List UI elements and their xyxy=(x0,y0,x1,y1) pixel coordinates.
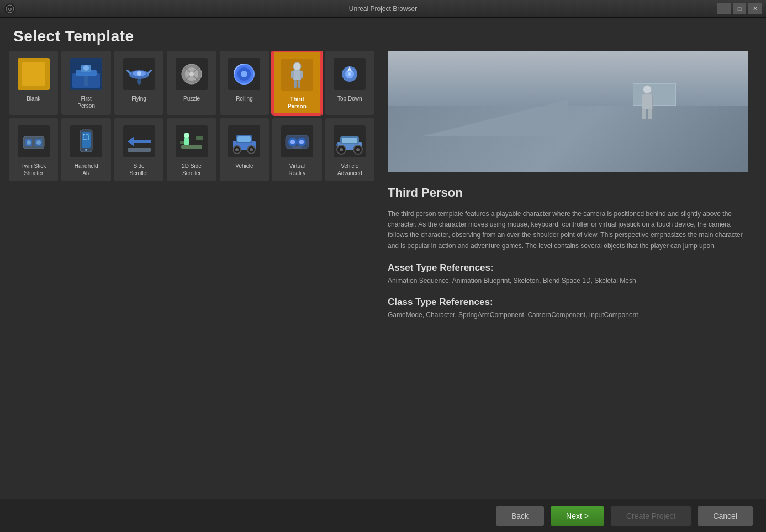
char-head xyxy=(643,85,652,94)
template-label-puzzle: Puzzle xyxy=(183,95,200,102)
flying-icon xyxy=(123,58,155,90)
template-label-first-person: FirstPerson xyxy=(77,95,95,109)
svg-point-8 xyxy=(83,65,89,71)
template-label-vehicle-advanced: VehicleAdvanced xyxy=(337,162,362,177)
template-grid: Blank FirstPerson xyxy=(9,51,374,187)
template-icon-top-down xyxy=(332,56,367,92)
asset-type-refs: Animation Sequence, Animation Blueprint,… xyxy=(388,276,748,286)
svg-point-14 xyxy=(137,78,141,85)
template-item-rolling[interactable]: Rolling xyxy=(220,51,269,115)
svg-rect-75 xyxy=(342,138,357,143)
handheld-ar-icon xyxy=(70,125,102,157)
char-leg-left xyxy=(642,109,646,119)
svg-rect-50 xyxy=(196,136,203,140)
svg-point-59 xyxy=(250,148,253,151)
char-body xyxy=(642,94,653,109)
template-icon-twin-stick xyxy=(16,124,51,159)
template-icon-handheld-ar xyxy=(68,124,104,159)
asset-type-section: Asset Type References: Animation Sequenc… xyxy=(388,260,748,286)
template-item-vehicle[interactable]: Vehicle xyxy=(220,118,269,181)
template-label-virtual-reality: VirtualReality xyxy=(289,162,306,177)
preview-floor xyxy=(388,106,748,172)
asset-type-title: Asset Type References: xyxy=(388,262,748,273)
template-item-virtual-reality[interactable]: VirtualReality xyxy=(272,118,321,181)
bottom-bar: Back Next > Create Project Cancel xyxy=(0,499,766,532)
svg-rect-67 xyxy=(292,146,302,149)
create-project-button[interactable]: Create Project xyxy=(611,506,691,526)
svg-point-39 xyxy=(36,140,41,145)
svg-point-22 xyxy=(241,71,247,77)
template-item-twin-stick[interactable]: Twin StickShooter xyxy=(9,118,58,181)
vehicle-icon xyxy=(228,125,260,157)
svg-text:U: U xyxy=(8,7,12,12)
template-item-blank[interactable]: Blank xyxy=(9,51,58,115)
template-icon-first-person xyxy=(68,56,104,92)
template-label-2d-side-scroller: 2D SideScroller xyxy=(182,162,202,177)
next-button[interactable]: Next > xyxy=(551,506,604,526)
svg-rect-48 xyxy=(181,145,202,149)
template-label-vehicle: Vehicle xyxy=(235,162,253,170)
cancel-button[interactable]: Cancel xyxy=(698,506,753,526)
class-type-title: Class Type References: xyxy=(388,297,748,308)
window-title: Unreal Project Browser xyxy=(349,5,417,13)
2d-side-scroller-icon xyxy=(176,125,208,157)
template-item-side-scroller[interactable]: SideScroller xyxy=(114,118,163,181)
svg-rect-26 xyxy=(291,71,294,78)
vehicle-advanced-icon xyxy=(334,125,366,157)
twin-stick-icon xyxy=(18,125,50,157)
char-legs xyxy=(642,109,652,119)
svg-rect-76 xyxy=(336,144,338,146)
template-item-vehicle-advanced[interactable]: VehicleAdvanced xyxy=(325,118,374,181)
template-icon-virtual-reality xyxy=(279,124,315,159)
template-icon-vehicle xyxy=(226,124,262,159)
svg-rect-9 xyxy=(84,76,88,86)
template-icon-puzzle xyxy=(174,56,209,92)
selected-template-description: The third person template features a pla… xyxy=(388,209,748,251)
back-button[interactable]: Back xyxy=(496,506,544,526)
puzzle-icon xyxy=(176,58,208,90)
minimize-button[interactable]: − xyxy=(717,3,731,14)
template-label-flying: Flying xyxy=(131,95,146,102)
template-item-puzzle[interactable]: Puzzle xyxy=(167,51,216,115)
template-label-top-down: Top Down xyxy=(337,95,362,102)
close-button[interactable]: ✕ xyxy=(748,3,762,14)
page-title: Select Template xyxy=(0,18,766,51)
template-icon-rolling xyxy=(226,56,262,92)
restore-button[interactable]: □ xyxy=(733,3,746,14)
template-icon-flying xyxy=(121,56,157,92)
template-icon-2d-side-scroller xyxy=(174,124,209,159)
template-item-handheld-ar[interactable]: HandheldAR xyxy=(61,118,110,181)
svg-point-66 xyxy=(299,140,304,144)
svg-point-52 xyxy=(184,133,189,138)
template-item-top-down[interactable]: Top Down xyxy=(325,51,374,115)
side-scroller-icon xyxy=(123,125,155,157)
template-item-first-person[interactable]: FirstPerson xyxy=(61,51,110,115)
preview-character xyxy=(636,85,658,124)
svg-point-74 xyxy=(356,148,360,151)
preview-scene xyxy=(388,51,748,172)
svg-point-13 xyxy=(137,71,141,76)
title-bar-left: U xyxy=(4,3,15,14)
main-content: Select Template Blank xyxy=(0,18,766,532)
class-type-refs: GameMode, Character, SpringArmComponent,… xyxy=(388,310,748,320)
title-bar-controls[interactable]: − □ ✕ xyxy=(717,3,762,14)
svg-rect-25 xyxy=(293,70,301,80)
preview-image xyxy=(388,51,748,172)
template-label-twin-stick: Twin StickShooter xyxy=(21,162,46,177)
svg-point-43 xyxy=(85,149,87,151)
svg-point-24 xyxy=(293,62,301,70)
svg-point-73 xyxy=(340,148,343,151)
template-label-rolling: Rolling xyxy=(236,95,253,102)
svg-rect-60 xyxy=(237,136,251,142)
class-type-section: Class Type References: GameMode, Charact… xyxy=(388,294,748,320)
template-label-third-person: ThirdPerson xyxy=(288,96,307,110)
svg-point-58 xyxy=(235,148,239,151)
template-item-2d-side-scroller[interactable]: 2D SideScroller xyxy=(167,118,216,181)
template-item-third-person[interactable]: ThirdPerson xyxy=(272,51,321,115)
template-item-flying[interactable]: Flying xyxy=(114,51,163,115)
svg-point-18 xyxy=(189,72,194,76)
selected-template-title: Third Person xyxy=(388,186,748,200)
third-person-icon xyxy=(281,59,313,91)
svg-rect-29 xyxy=(298,80,300,88)
virtual-reality-icon xyxy=(281,125,313,157)
